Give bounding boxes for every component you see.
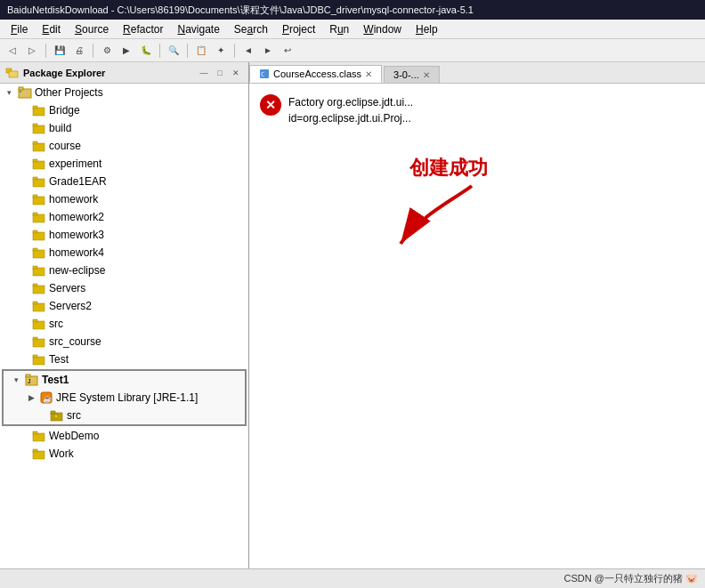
list-item[interactable]: course (0, 137, 248, 155)
tab-close-second[interactable]: ✕ (423, 70, 430, 80)
list-item[interactable]: experiment (0, 155, 248, 173)
toolbar-search[interactable]: 🔍 (165, 42, 182, 60)
folder-icon (32, 139, 46, 153)
svg-rect-32 (33, 337, 37, 340)
svg-rect-24 (33, 266, 37, 269)
list-item[interactable]: WebDemo (0, 427, 248, 445)
menu-help[interactable]: Help (409, 21, 445, 37)
toolbar-next[interactable]: ► (259, 42, 277, 60)
error-icon: ✕ (260, 94, 281, 116)
list-item[interactable]: src (0, 315, 248, 333)
jre-system-library-node[interactable]: ▶ ☕ JRE System Library [JRE-1.1] (4, 389, 245, 407)
error-line-2: id=org.eclipse.jdt.ui.Proj... (288, 112, 411, 125)
annotation-container: 创建成功 (409, 155, 488, 181)
svg-rect-42 (54, 415, 58, 418)
folder-icon (32, 246, 46, 260)
toolbar-back[interactable]: ◁ (4, 42, 21, 60)
list-item[interactable]: homework (0, 190, 248, 208)
toolbar-perspective[interactable]: 📋 (192, 42, 210, 60)
menu-file[interactable]: File (4, 21, 35, 37)
other-projects-label: Other Projects (35, 86, 103, 99)
package-explorer-icon (5, 66, 20, 80)
menu-window[interactable]: Window (356, 21, 409, 37)
homework4-label: homework4 (49, 246, 104, 259)
list-item[interactable]: build (0, 119, 248, 137)
test1-src-node[interactable]: src (4, 407, 245, 424)
svg-rect-31 (33, 339, 45, 347)
toggle-test1[interactable]: ▾ (14, 375, 25, 384)
list-item[interactable]: Test (0, 350, 248, 368)
src-package-icon (50, 408, 64, 423)
svg-rect-19 (33, 232, 45, 240)
menu-edit[interactable]: Edit (35, 21, 68, 37)
list-item[interactable]: homework2 (0, 208, 248, 226)
svg-rect-8 (33, 124, 37, 126)
tree-container[interactable]: ▾ Other Projects Bridge (0, 84, 248, 568)
list-item[interactable]: new-eclipse (0, 262, 248, 279)
list-item[interactable]: Bridge (0, 101, 248, 119)
title-bar: BaiduNetdiskDownload - C:\Users\86199\Do… (0, 0, 705, 20)
folder-icon (32, 157, 46, 171)
toolbar-last-edit[interactable]: ↩ (279, 42, 296, 60)
list-item[interactable]: src_course (0, 333, 248, 350)
toolbar-new[interactable]: ✦ (212, 42, 230, 60)
toolbar-prev[interactable]: ◄ (239, 42, 257, 60)
panel-header: Package Explorer — □ ✕ (0, 62, 248, 84)
menu-run[interactable]: Run (322, 21, 356, 37)
servers2-label: Servers2 (49, 300, 92, 312)
annotation-arrow (392, 181, 498, 253)
svg-rect-45 (33, 451, 45, 459)
tab-second[interactable]: 3-0-... ✕ (384, 66, 440, 83)
list-item[interactable]: Grade1EAR (0, 173, 248, 190)
tree-root-other-projects[interactable]: ▾ Other Projects (0, 84, 248, 101)
toggle-other-projects[interactable]: ▾ (7, 88, 18, 97)
servers-label: Servers (49, 282, 85, 294)
list-item[interactable]: homework3 (0, 226, 248, 244)
svg-rect-17 (33, 214, 45, 222)
annotation-text: 创建成功 (409, 157, 488, 179)
toolbar-run[interactable]: ▶ (118, 42, 135, 60)
toolbar: ◁ ▷ 💾 🖨 ⚙ ▶ 🐛 🔍 📋 ✦ ◄ ► ↩ (0, 39, 705, 62)
status-bar: CSDN @一只特立独行的猪 🐷 (0, 568, 705, 588)
svg-rect-33 (33, 357, 45, 365)
toolbar-debug[interactable]: 🐛 (137, 42, 155, 60)
tab-course-access[interactable]: C CourseAccess.class ✕ (249, 65, 382, 83)
svg-rect-7 (33, 125, 45, 133)
panel-close[interactable]: ✕ (229, 66, 243, 80)
menu-search[interactable]: Search (227, 21, 275, 37)
folder-icon (32, 192, 46, 206)
toolbar-print[interactable]: 🖨 (70, 42, 88, 60)
tab-close-course-access[interactable]: ✕ (365, 69, 372, 79)
menu-bar: File Edit Source Refactor Navigate Searc… (0, 20, 705, 39)
menu-source[interactable]: Source (68, 21, 116, 37)
menu-navigate[interactable]: Navigate (170, 21, 226, 37)
toolbar-save[interactable]: 💾 (51, 42, 69, 60)
jre-label: JRE System Library [JRE-1.1] (56, 391, 198, 404)
menu-refactor[interactable]: Refactor (116, 21, 170, 37)
svg-rect-18 (33, 213, 37, 215)
svg-rect-5 (33, 108, 45, 116)
test1-node[interactable]: ▾ J Test1 (4, 371, 245, 389)
toggle-jre[interactable]: ▶ (28, 393, 39, 402)
list-item[interactable]: Servers (0, 279, 248, 297)
svg-text:C: C (261, 71, 264, 78)
panel-maximize[interactable]: □ (213, 66, 227, 80)
menu-project[interactable]: Project (275, 21, 322, 37)
svg-rect-4 (20, 91, 21, 93)
list-item[interactable]: Work (0, 445, 248, 463)
svg-text:J: J (28, 378, 31, 384)
panel-minimize[interactable]: — (197, 66, 211, 80)
homework3-label: homework3 (49, 229, 104, 241)
grade1ear-label: Grade1EAR (49, 175, 107, 188)
build-label: build (49, 122, 71, 134)
test1-label: Test1 (42, 374, 69, 386)
svg-rect-14 (33, 177, 37, 180)
svg-rect-13 (33, 179, 45, 187)
list-item[interactable]: Servers2 (0, 297, 248, 315)
list-item[interactable]: homework4 (0, 244, 248, 262)
folder-icon (32, 429, 46, 443)
svg-rect-23 (33, 268, 45, 276)
svg-rect-34 (33, 355, 37, 358)
toolbar-build[interactable]: ⚙ (98, 42, 116, 60)
toolbar-forward[interactable]: ▷ (23, 42, 41, 60)
